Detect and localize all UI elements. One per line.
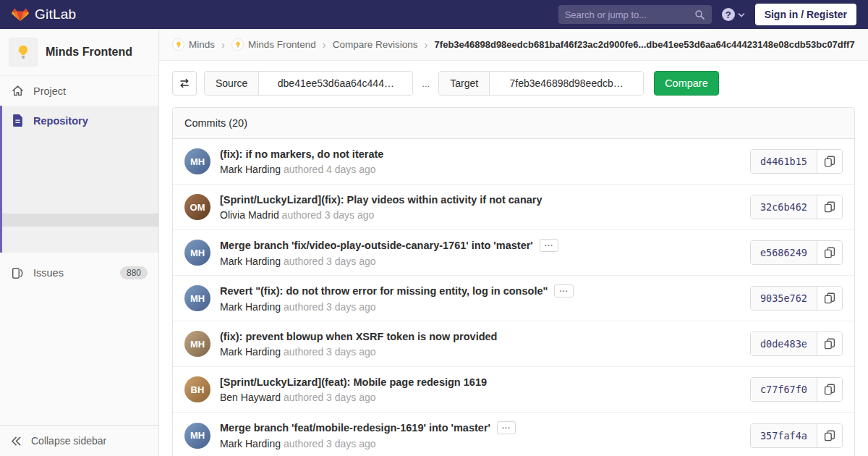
source-label: Source xyxy=(205,72,259,95)
document-icon xyxy=(11,114,24,127)
breadcrumb-label: Compare Revisions xyxy=(333,39,418,50)
commit-sha-link[interactable]: 357faf4a xyxy=(751,424,817,447)
search-input[interactable] xyxy=(565,9,694,20)
sidebar-subitem[interactable] xyxy=(2,214,158,227)
project-avatar[interactable] xyxy=(9,38,38,67)
commit-author-link[interactable]: Mark Harding xyxy=(220,438,281,449)
sidebar-subitem[interactable] xyxy=(2,240,158,253)
breadcrumb: Minds › Minds Frontend xyxy=(159,29,868,61)
copy-sha-button[interactable] xyxy=(817,150,842,173)
sidebar-item-repository[interactable]: Repository xyxy=(2,106,158,135)
compare-button[interactable]: Compare xyxy=(654,71,719,96)
swap-revisions-button[interactable] xyxy=(172,71,197,96)
sidebar-subitem[interactable] xyxy=(2,227,158,240)
commit-sha-link[interactable]: c77f67f0 xyxy=(751,378,817,401)
sidebar-subitem[interactable] xyxy=(2,187,158,200)
commit-list: MH (fix): if no markers, do not iterate … xyxy=(173,139,854,456)
expand-commit-description-button[interactable]: ... xyxy=(554,284,573,297)
sidebar-item-label: Issues xyxy=(33,267,64,279)
commit-author-avatar[interactable]: MH xyxy=(184,423,210,449)
commits-panel-header: Commits (20) xyxy=(173,108,854,139)
commit-meta: Ben Hayward authored 3 days ago xyxy=(220,392,487,403)
commit-sha-link[interactable]: 9035e762 xyxy=(751,287,817,310)
sidebar-subitem[interactable] xyxy=(2,161,158,174)
commit-title-link[interactable]: [Sprint/LuckyLizard](feat): Mobile page … xyxy=(220,376,487,388)
sign-in-register-button[interactable]: Sign in / Register xyxy=(755,4,856,25)
navbar-right: ? Sign in / Register xyxy=(558,4,856,25)
commit-title-link[interactable]: (fix): if no markers, do not iterate xyxy=(220,148,383,160)
sidebar-subitem[interactable] xyxy=(2,174,158,187)
commit-author-link[interactable]: Mark Harding xyxy=(220,256,281,267)
project-sidebar: Minds Frontend Project Repository xyxy=(0,29,159,456)
commit-sha-group: 32c6b462 xyxy=(750,195,843,219)
breadcrumb-link[interactable]: Compare Revisions xyxy=(333,39,418,50)
breadcrumb-link[interactable]: Minds xyxy=(172,38,215,51)
commit-meta: Mark Harding authored 3 days ago xyxy=(220,256,558,267)
commit-author-link[interactable]: Mark Harding xyxy=(220,164,281,175)
copy-sha-button[interactable] xyxy=(817,287,842,310)
copy-sha-button[interactable] xyxy=(817,241,842,264)
commit-title-link[interactable]: Merge branch 'feat/mobile-redesign-1619'… xyxy=(220,422,490,434)
project-header-link[interactable]: Minds Frontend xyxy=(0,29,158,76)
commit-sha-link[interactable]: d0de483e xyxy=(751,332,817,355)
commit-author-avatar[interactable]: MH xyxy=(184,331,210,357)
copy-icon xyxy=(824,201,835,213)
commit-main: (fix): if no markers, do not iterate Mar… xyxy=(220,148,383,175)
commit-sha-group: 357faf4a xyxy=(750,423,843,448)
breadcrumb-link[interactable]: Minds Frontend xyxy=(231,38,316,51)
repository-subitems xyxy=(2,135,158,253)
copy-sha-button[interactable] xyxy=(817,332,842,355)
expand-commit-description-button[interactable]: ... xyxy=(497,421,516,434)
sidebar-item-issues[interactable]: Issues 880 xyxy=(0,258,158,288)
sidebar-item-label: Repository xyxy=(33,115,88,127)
copy-sha-button[interactable] xyxy=(817,378,842,401)
project-title: Minds Frontend xyxy=(46,46,132,59)
expand-commit-description-button[interactable]: ... xyxy=(540,239,558,252)
commit-title-link[interactable]: (fix): prevent blowup when XSRF token is… xyxy=(220,331,497,342)
source-ref-input[interactable] xyxy=(259,72,412,95)
collapse-sidebar-button[interactable]: Collapse sidebar xyxy=(0,425,158,456)
copy-sha-button[interactable] xyxy=(817,195,842,219)
sidebar-subitem[interactable] xyxy=(2,200,158,214)
commit-author-avatar[interactable]: BH xyxy=(184,376,210,402)
commit-title-link[interactable]: [Sprint/LuckyLizard](fix): Play videos w… xyxy=(220,194,542,206)
copy-sha-button[interactable] xyxy=(817,424,842,447)
commit-authored-time: authored 3 days ago xyxy=(282,209,375,221)
commit-authored-time: authored 3 days ago xyxy=(284,438,376,449)
commit-author-avatar[interactable]: MH xyxy=(184,285,210,311)
mini-avatar-icon xyxy=(172,38,184,51)
commit-author-avatar[interactable]: MH xyxy=(184,148,210,174)
brand-name: GitLab xyxy=(35,7,76,22)
nav-link[interactable] xyxy=(121,0,137,29)
commit-sha-link[interactable]: d4461b15 xyxy=(751,150,817,173)
repository-section: Repository xyxy=(0,106,158,253)
commit-author-avatar[interactable]: OM xyxy=(184,194,210,220)
nav-link[interactable] xyxy=(137,0,153,29)
commit-sha-link[interactable]: e5686249 xyxy=(751,241,817,264)
commit-author-link[interactable]: Ben Hayward xyxy=(220,392,281,403)
commit-title-link[interactable]: Merge branch 'fix/video-play-outside-can… xyxy=(220,240,533,251)
commit-authored-time: authored 4 days ago xyxy=(284,164,376,175)
nav-link[interactable] xyxy=(105,0,121,29)
sidebar-subitem[interactable] xyxy=(2,148,158,161)
commit-sha-link[interactable]: 32c6b462 xyxy=(751,195,817,219)
target-ref-input[interactable] xyxy=(490,72,643,95)
breadcrumb-label: Minds xyxy=(189,39,215,50)
commit-title-link[interactable]: Revert "(fix): do not throw error for mi… xyxy=(220,285,548,297)
commit-row: MH Merge branch 'feat/mobile-redesign-16… xyxy=(173,413,854,456)
help-menu[interactable]: ? xyxy=(722,8,745,21)
commit-author-link[interactable]: Mark Harding xyxy=(220,301,281,313)
commit-row: MH (fix): prevent blowup when XSRF token… xyxy=(173,321,854,367)
nav-link[interactable] xyxy=(89,0,105,29)
commit-author-avatar[interactable]: MH xyxy=(184,240,210,266)
commit-author-link[interactable]: Olivia Madrid xyxy=(220,209,279,221)
commit-author-link[interactable]: Mark Harding xyxy=(220,346,281,358)
gitlab-home-link[interactable]: GitLab xyxy=(12,7,76,23)
commit-row: MH (fix): if no markers, do not iterate … xyxy=(173,139,854,185)
global-search[interactable] xyxy=(558,5,712,24)
sidebar-item-project[interactable]: Project xyxy=(0,76,158,106)
sidebar-subitem[interactable] xyxy=(2,135,158,148)
commit-row: MH Revert "(fix): do not throw error for… xyxy=(173,276,854,321)
collapse-sidebar-label: Collapse sidebar xyxy=(31,435,106,447)
commit-sha-group: d0de483e xyxy=(750,332,843,356)
